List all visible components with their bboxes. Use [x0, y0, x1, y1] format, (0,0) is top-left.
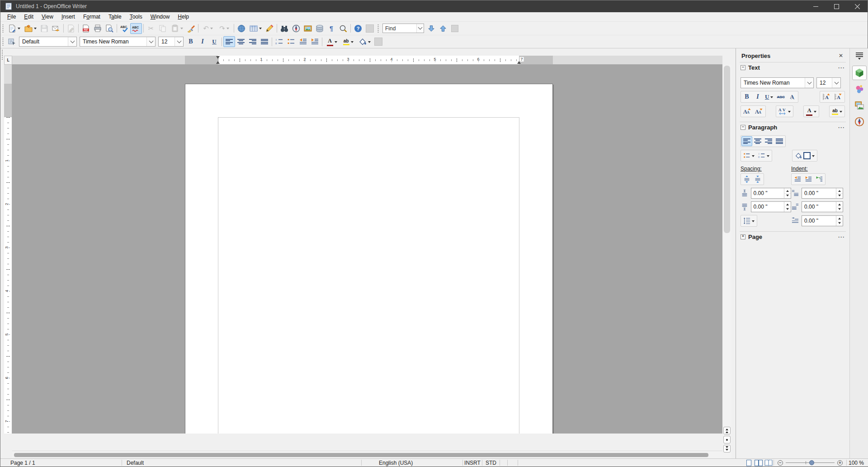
- font-color-button[interactable]: A: [324, 36, 340, 47]
- toolbar-grip[interactable]: [2, 38, 4, 46]
- find-input[interactable]: [383, 25, 416, 32]
- page-style-cell[interactable]: Default: [122, 459, 361, 467]
- increase-spacing-button[interactable]: A: [821, 92, 832, 102]
- language-cell[interactable]: English (USA): [362, 459, 462, 467]
- new-document-button[interactable]: [6, 23, 22, 34]
- view-book-button[interactable]: [764, 459, 774, 467]
- line-spacing-button[interactable]: [741, 216, 756, 226]
- page-number-cell[interactable]: Page 1 / 1: [0, 459, 122, 467]
- hyperlink-button[interactable]: [236, 23, 247, 34]
- navigator-button[interactable]: [290, 23, 302, 34]
- document-page[interactable]: [185, 84, 553, 434]
- print-button[interactable]: [92, 23, 104, 34]
- menu-view[interactable]: View: [38, 13, 57, 21]
- before-text-indent-input[interactable]: 0.00 ": [802, 188, 843, 199]
- sidebar-align-right-button[interactable]: [763, 136, 774, 146]
- copy-button[interactable]: [157, 23, 169, 34]
- sidebar-highlighting-button[interactable]: ab: [830, 106, 844, 116]
- insert-table-button[interactable]: [247, 23, 264, 34]
- text-section-header[interactable]: − Text ···: [740, 62, 846, 73]
- zoom-button[interactable]: [337, 23, 349, 34]
- decrease-spacing-button[interactable]: A: [832, 92, 844, 102]
- page-section-header[interactable]: + Page ···: [740, 231, 846, 242]
- styles-formatting-button[interactable]: [6, 36, 18, 47]
- align-center-button[interactable]: [235, 36, 247, 47]
- background-color-button[interactable]: [356, 36, 373, 47]
- decrease-paragraph-spacing-button[interactable]: [752, 174, 763, 184]
- switch-indent-button[interactable]: [814, 174, 825, 184]
- expand-icon[interactable]: +: [741, 234, 745, 239]
- tab-gallery[interactable]: [852, 98, 867, 113]
- sidebar-align-left-button[interactable]: [741, 136, 752, 146]
- size-dropdown-button[interactable]: [832, 78, 840, 88]
- clone-formatting-button[interactable]: [185, 23, 197, 34]
- sidebar-bold-button[interactable]: B: [741, 92, 752, 102]
- size-dropdown-button[interactable]: [175, 37, 183, 46]
- maximize-button[interactable]: [826, 0, 847, 12]
- zoom-in-button[interactable]: +: [837, 460, 843, 466]
- menu-window[interactable]: Window: [146, 13, 174, 21]
- sidebar-font-color-button[interactable]: A: [804, 106, 818, 116]
- strikethrough-button[interactable]: ABC: [775, 92, 786, 102]
- data-sources-button[interactable]: [314, 23, 326, 34]
- paste-button[interactable]: [169, 23, 185, 34]
- spinner-arrows[interactable]: [784, 188, 791, 198]
- sidebar-underline-button[interactable]: U: [763, 92, 775, 102]
- page-section-more-button[interactable]: ···: [838, 234, 845, 240]
- tab-properties[interactable]: [852, 66, 867, 80]
- find-previous-button[interactable]: [437, 23, 449, 34]
- next-page-button[interactable]: [723, 445, 731, 453]
- numbering-button[interactable]: III: [274, 36, 285, 47]
- page-preview-button[interactable]: [104, 23, 115, 34]
- bullets-button[interactable]: [285, 36, 297, 47]
- email-document-button[interactable]: [50, 23, 62, 34]
- italic-button[interactable]: I: [197, 36, 208, 47]
- redo-button[interactable]: ↷: [216, 23, 232, 34]
- selection-mode-cell[interactable]: STD: [482, 459, 500, 467]
- menu-edit[interactable]: Edit: [20, 13, 38, 21]
- sidebar-font-size-select[interactable]: 12: [816, 77, 841, 88]
- right-indent-marker[interactable]: [517, 59, 521, 64]
- after-text-indent-input[interactable]: 0.00 ": [802, 201, 843, 212]
- menu-file[interactable]: File: [3, 13, 20, 21]
- shadow-button[interactable]: A: [787, 92, 797, 102]
- sidebar-decrease-indent-button[interactable]: [803, 174, 814, 184]
- sidebar-bullets-button[interactable]: [741, 151, 756, 161]
- font-dropdown-button[interactable]: [805, 78, 813, 88]
- text-section-more-button[interactable]: ···: [838, 65, 845, 71]
- toolbar-grip[interactable]: [2, 24, 4, 33]
- zoom-slider-handle[interactable]: [809, 460, 814, 465]
- font-name-select[interactable]: Times New Roman: [80, 37, 156, 47]
- vertical-scrollbar[interactable]: [722, 65, 731, 458]
- close-button[interactable]: [847, 0, 868, 12]
- highlighting-button[interactable]: ab: [340, 36, 356, 47]
- collapse-icon[interactable]: −: [741, 65, 745, 70]
- spellcheck-button[interactable]: ABC: [118, 23, 130, 34]
- zoom-slider[interactable]: [786, 460, 835, 466]
- edit-file-button[interactable]: [65, 23, 77, 34]
- view-single-page-button[interactable]: [744, 459, 754, 467]
- left-indent-marker[interactable]: [216, 59, 220, 64]
- help-button[interactable]: ?: [352, 23, 364, 34]
- sidebar-numbering-button[interactable]: III: [756, 151, 771, 161]
- align-right-button[interactable]: [247, 36, 259, 47]
- vertical-ruler[interactable]: 1 2 3 4 5 6 7: [4, 65, 12, 434]
- paragraph-background-button[interactable]: [793, 151, 816, 161]
- horizontal-scrollbar[interactable]: [12, 451, 722, 458]
- decrease-indent-button[interactable]: [297, 36, 309, 47]
- sidebar-align-center-button[interactable]: [752, 136, 763, 146]
- increase-indent-button[interactable]: [309, 36, 321, 47]
- paragraph-section-more-button[interactable]: ···: [838, 124, 845, 131]
- cut-button[interactable]: ✂: [145, 23, 157, 34]
- save-button[interactable]: [38, 23, 50, 34]
- spinner-arrows[interactable]: [836, 202, 843, 212]
- autospellcheck-toggle[interactable]: ABC: [130, 23, 142, 34]
- close-sidebar-button[interactable]: ✕: [837, 52, 845, 59]
- sidebar-settings-button[interactable]: [853, 51, 866, 62]
- underline-button[interactable]: U: [208, 36, 220, 47]
- increase-font-size-button[interactable]: AA: [741, 106, 753, 116]
- paragraph-section-header[interactable]: − Paragraph ···: [740, 122, 846, 133]
- find-dropdown-button[interactable]: [416, 24, 424, 33]
- menu-tools[interactable]: Tools: [126, 13, 146, 21]
- minimize-button[interactable]: [805, 0, 826, 12]
